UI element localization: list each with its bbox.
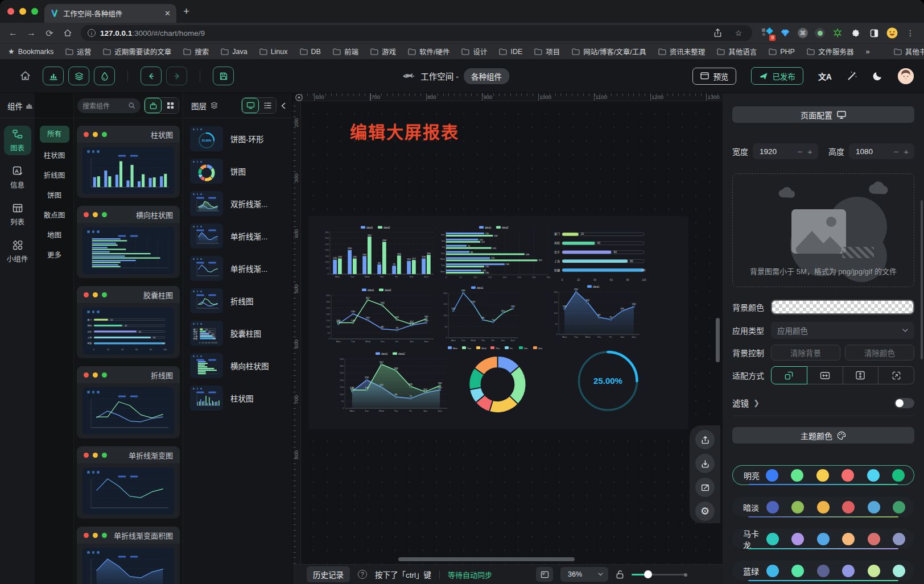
sidebar-item-列表[interactable]: 列表 bbox=[4, 200, 31, 229]
layer-item[interactable]: 单折线渐... bbox=[190, 256, 287, 281]
canvas-chart-capsule[interactable]: 厦门20南阳40北京60上海80新疆100020406080100 bbox=[547, 226, 653, 282]
bookmark-folder[interactable]: DB bbox=[300, 46, 321, 57]
height-decrement[interactable]: − bbox=[893, 147, 898, 156]
filter-expand-icon[interactable]: ❯ bbox=[753, 399, 760, 407]
height-input[interactable]: 1080 −+ bbox=[849, 143, 914, 159]
theme-color-dot[interactable] bbox=[868, 533, 880, 545]
forward-icon[interactable]: → bbox=[23, 28, 40, 38]
theme-row-明亮[interactable]: 明亮 bbox=[732, 465, 914, 485]
theme-color-dot[interactable] bbox=[791, 501, 804, 513]
background-upload-area[interactable]: 背景图需小于 5M，格式为 png/jpg/gif 的文件 bbox=[732, 173, 914, 287]
page-config-header[interactable]: 页面配置 bbox=[732, 106, 914, 123]
charts-panel-toggle-button[interactable] bbox=[43, 67, 64, 85]
sidebar-item-小组件[interactable]: 小组件 bbox=[4, 237, 31, 266]
bookmark-folder[interactable]: 资讯未整理 bbox=[658, 46, 706, 57]
history-button[interactable]: 历史记录 bbox=[307, 566, 350, 582]
import-icon[interactable] bbox=[695, 454, 715, 473]
component-card[interactable]: 单折线渐变面积图 bbox=[77, 527, 180, 584]
browser-tab[interactable]: 工作空间-各种组件 ✕ bbox=[44, 4, 176, 23]
theme-row-暗淡[interactable]: 暗淡 bbox=[732, 497, 914, 517]
component-search-input[interactable]: 搜索组件 bbox=[77, 98, 141, 113]
site-info-icon[interactable]: i bbox=[88, 29, 96, 37]
canvas-area[interactable]: 6007008009001000110012001300 20030040050… bbox=[293, 93, 723, 584]
canvas-chart-bar[interactable]: 5010015020025030035001202001508070110130… bbox=[319, 224, 437, 281]
help-icon[interactable]: ? bbox=[358, 570, 367, 579]
share-icon[interactable] bbox=[713, 28, 727, 38]
theme-row-马卡龙[interactable]: 马卡龙 bbox=[732, 529, 914, 549]
bookmark-folder[interactable]: 游戏 bbox=[370, 46, 396, 57]
theme-color-dot[interactable] bbox=[893, 565, 905, 577]
fit-height-button[interactable] bbox=[843, 366, 879, 384]
category-所有[interactable]: 所有 bbox=[40, 126, 69, 143]
canvas-chart-line[interactable]: 5010015020025030035001202001508070110130… bbox=[320, 287, 438, 346]
bookmark-star-icon[interactable]: ☆ bbox=[732, 28, 745, 38]
bookmark-folder[interactable]: Linux bbox=[259, 46, 288, 57]
canvas-chart-line-area[interactable]: 5010015020001202001508070110130MonTueWed… bbox=[547, 283, 644, 341]
big-screen-title-component[interactable]: 编辑大屏报表 bbox=[350, 118, 459, 143]
bookmarks-root[interactable]: ★ Bookmarks bbox=[8, 47, 53, 56]
theme-color-dot[interactable] bbox=[842, 501, 855, 513]
ruler-eye-icon[interactable] bbox=[295, 93, 303, 102]
profile-avatar-icon[interactable] bbox=[886, 27, 898, 39]
category-散点图[interactable]: 散点图 bbox=[44, 206, 65, 226]
back-icon[interactable]: ← bbox=[5, 28, 22, 38]
theme-color-dot[interactable] bbox=[867, 469, 880, 482]
publish-button[interactable]: 已发布 bbox=[751, 67, 803, 85]
layers-thumbnail-view-toggle[interactable] bbox=[242, 98, 259, 113]
user-avatar[interactable] bbox=[898, 68, 914, 84]
magic-wand-icon[interactable] bbox=[847, 71, 857, 81]
reload-icon[interactable]: ⟳ bbox=[41, 28, 58, 39]
filter-toggle[interactable] bbox=[894, 398, 914, 408]
theme-color-dot[interactable] bbox=[816, 469, 829, 482]
category-柱状图[interactable]: 柱状图 bbox=[44, 146, 65, 166]
component-card[interactable]: 单折线渐变图 bbox=[77, 446, 180, 519]
extension-gem-icon[interactable] bbox=[779, 27, 791, 39]
maximize-window-button[interactable] bbox=[31, 8, 38, 15]
bookmark-folder[interactable]: 文件服务器 bbox=[807, 46, 854, 57]
layer-item[interactable]: 饼图 bbox=[190, 159, 287, 184]
canvas-chart-area-dual[interactable]: 5010015020025030035001202001508070110130… bbox=[333, 350, 452, 415]
theme-color-dot[interactable] bbox=[893, 533, 905, 545]
zoom-slider[interactable] bbox=[632, 570, 686, 578]
category-地图[interactable]: 地图 bbox=[47, 226, 61, 246]
layer-item[interactable]: 25.00%饼图-环形 bbox=[190, 126, 287, 151]
width-input[interactable]: 1920 −+ bbox=[753, 143, 818, 159]
bookmark-folder[interactable]: 运营 bbox=[65, 46, 91, 57]
bookmark-folder[interactable]: 项目 bbox=[534, 46, 560, 57]
grid-view-toggle[interactable] bbox=[162, 98, 179, 113]
theme-color-dot[interactable] bbox=[817, 533, 830, 545]
extension-green-star-icon[interactable] bbox=[832, 27, 843, 39]
undo-button[interactable] bbox=[141, 67, 162, 85]
bookmark-folder[interactable]: 软件/硬件 bbox=[408, 46, 449, 57]
extension-command-icon[interactable]: ⌘ bbox=[798, 28, 808, 38]
theme-color-dot[interactable] bbox=[842, 469, 854, 482]
bookmark-folder[interactable]: PHP bbox=[769, 46, 795, 57]
layers-list-view-toggle[interactable] bbox=[259, 98, 276, 113]
new-tab-button[interactable]: + bbox=[183, 6, 189, 16]
extension-green-dot-icon[interactable] bbox=[815, 28, 825, 38]
app-type-select[interactable]: 应用颜色 bbox=[771, 322, 914, 339]
category-更多[interactable]: 更多 bbox=[47, 246, 61, 266]
redo-button[interactable] bbox=[166, 67, 187, 85]
zoom-level-select[interactable]: 36% bbox=[560, 567, 608, 582]
sidebar-item-图表[interactable]: 图表 bbox=[4, 126, 31, 155]
layers-panel-toggle-button[interactable] bbox=[68, 67, 89, 85]
minimize-window-button[interactable] bbox=[19, 8, 26, 15]
clear-color-button[interactable]: 清除颜色 bbox=[845, 345, 914, 361]
theme-color-dot[interactable] bbox=[842, 565, 855, 577]
theme-color-dot[interactable] bbox=[791, 469, 803, 482]
category-饼图[interactable]: 饼图 bbox=[47, 186, 61, 206]
layer-item[interactable]: 折线图 bbox=[190, 288, 287, 313]
component-card[interactable]: 胶囊柱图厦门20南阳40北京60上海80新疆100020406080100 bbox=[77, 286, 180, 358]
bookmark-folder[interactable]: Java bbox=[221, 46, 247, 57]
dark-mode-moon-icon[interactable] bbox=[872, 71, 883, 81]
theme-color-dot[interactable] bbox=[893, 501, 905, 513]
layer-item[interactable]: 双折线渐... bbox=[190, 191, 287, 216]
layer-item[interactable]: 横向柱状图 bbox=[190, 353, 287, 378]
canvas-chart-gauge[interactable]: 25.00% bbox=[561, 347, 655, 415]
reader-mode-icon[interactable] bbox=[868, 27, 880, 39]
home-icon[interactable] bbox=[19, 70, 31, 82]
dashboard-preview[interactable]: 5010015020025030035001202001508070110130… bbox=[308, 216, 688, 429]
extension-blocks-icon[interactable]: 9 bbox=[761, 27, 773, 39]
theme-color-dot[interactable] bbox=[817, 565, 830, 577]
